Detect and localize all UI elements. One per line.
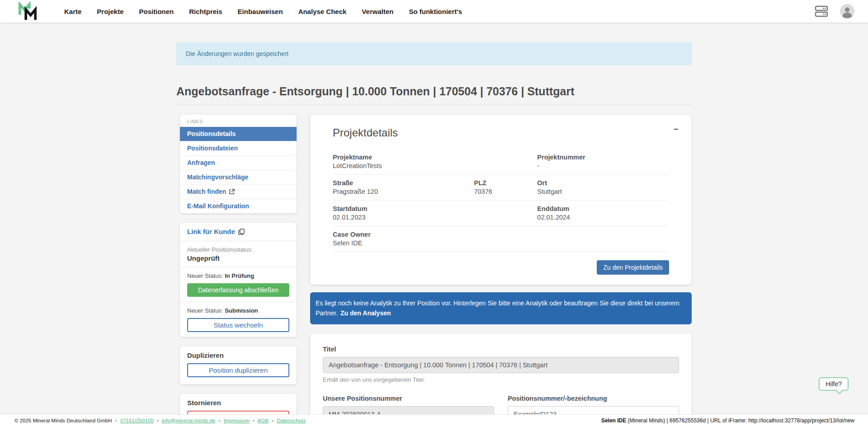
new-status-line-2: Neuer Status: Submission bbox=[187, 307, 289, 314]
strasse-value: Pragstraße 120 bbox=[333, 188, 474, 195]
footer-session-info: Selen IDE (Mineral Minds) | 69576255536d… bbox=[601, 417, 854, 424]
links-card-header: LINKS bbox=[180, 115, 297, 126]
sidebar-item-label: E-Mail Konfiguration bbox=[187, 202, 249, 210]
titel-input[interactable] bbox=[323, 357, 679, 373]
startdatum-label: Startdatum bbox=[333, 205, 537, 212]
mineral-minds-logo[interactable] bbox=[17, 2, 38, 21]
user-avatar-icon[interactable] bbox=[840, 4, 854, 19]
projektname-value: LotCreationTests bbox=[333, 162, 537, 169]
footer: © 2025 Mineral Minds Deutschland GmbH • … bbox=[0, 414, 868, 426]
enddatum-value: 02.01.2024 bbox=[537, 214, 669, 221]
nav-item-richtpreis[interactable]: Richtpreis bbox=[189, 8, 222, 15]
help-button[interactable]: Hilfe? bbox=[819, 377, 849, 391]
cancel-card-title: Stornieren bbox=[187, 399, 289, 407]
footer-agb-link[interactable]: AGB bbox=[258, 418, 269, 423]
copy-icon bbox=[238, 229, 245, 235]
sidebar-item-email-konfiguration[interactable]: E-Mail Konfiguration bbox=[180, 199, 297, 213]
new-status-value: Submission bbox=[225, 307, 258, 314]
switch-status-button[interactable]: Status wechseln bbox=[187, 318, 289, 332]
sidebar-item-label: Anfragen bbox=[187, 159, 215, 166]
enddatum-label: Enddatum bbox=[537, 205, 669, 212]
top-navigation-bar: Karte Projekte Positionen Richtpreis Ein… bbox=[0, 0, 868, 23]
external-link-icon bbox=[229, 189, 235, 195]
footer-left: © 2025 Mineral Minds Deutschland GmbH • … bbox=[14, 418, 306, 423]
sidebar: LINKS Positionsdetails Positionsdateien … bbox=[180, 115, 297, 426]
plz-label: PLZ bbox=[474, 179, 537, 187]
case-owner-value: Selen IDE bbox=[333, 239, 537, 247]
footer-datenschutz-link[interactable]: Datenschutz bbox=[277, 418, 306, 423]
collapse-card-button[interactable]: – bbox=[674, 125, 678, 133]
duplicate-position-button[interactable]: Position duplizieren bbox=[187, 363, 289, 377]
project-details-title: Projektdetails bbox=[333, 126, 669, 139]
new-status-line-1: Neuer Status: In Prüfung bbox=[187, 272, 289, 279]
nav-item-projekte[interactable]: Projekte bbox=[97, 8, 123, 15]
project-row-address: Straße Pragstraße 120 PLZ 70376 Ort Stut… bbox=[333, 175, 669, 201]
go-to-project-details-button[interactable]: Zu den Projektdetails bbox=[597, 260, 669, 275]
plz-value: 70376 bbox=[474, 188, 537, 195]
footer-separator: • bbox=[253, 418, 255, 423]
sidebar-item-positionsdateien[interactable]: Positionsdateien bbox=[180, 141, 297, 155]
project-row-name-number: Projektname LotCreationTests Projektnumm… bbox=[333, 149, 669, 175]
footer-copyright: © 2025 Mineral Minds Deutschland GmbH bbox=[14, 418, 112, 423]
saved-alert-text: Die Änderungen wurden gespeichert bbox=[186, 50, 288, 57]
sidebar-item-label: Positionsdetails bbox=[187, 130, 236, 137]
titel-help-text: Erhält den von uns vorgegebenen Titel. bbox=[323, 376, 679, 383]
nav-item-so-funktionierts[interactable]: So funktioniert's bbox=[409, 8, 462, 15]
sidebar-item-label: Matchingvorschläge bbox=[187, 173, 248, 181]
current-status-label: Aktueller Positionsstatus: bbox=[187, 246, 289, 253]
positionsnummer-label: Positionsnummer/-bezeichnung bbox=[508, 395, 679, 402]
sidebar-item-anfragen[interactable]: Anfragen bbox=[180, 155, 297, 170]
status-card: Link für Kunde Aktueller Positionsstatus… bbox=[180, 223, 297, 337]
duplicate-card-title: Duplizieren bbox=[187, 351, 289, 359]
footer-separator: • bbox=[115, 418, 117, 423]
duplicate-card: Duplizieren Position duplizieren bbox=[180, 346, 297, 384]
project-row-dates: Startdatum 02.01.2023 Enddatum 02.01.202… bbox=[333, 201, 669, 226]
customer-link-label: Link für Kunde bbox=[187, 228, 235, 235]
new-status-value: In Prüfung bbox=[225, 272, 254, 279]
case-owner-label: Case Owner bbox=[333, 231, 537, 238]
footer-email-link[interactable]: info@mineral-minds.de bbox=[162, 418, 215, 423]
footer-separator: • bbox=[219, 418, 221, 423]
footer-separator: • bbox=[157, 418, 159, 423]
projektnummer-value: - bbox=[537, 162, 669, 169]
footer-user-name: Selen IDE bbox=[601, 417, 626, 424]
current-status-value: Ungeprüft bbox=[187, 254, 289, 262]
customer-link[interactable]: Link für Kunde bbox=[187, 228, 245, 235]
new-status-label: Neuer Status: bbox=[187, 307, 223, 314]
sidebar-item-label: Match finden bbox=[187, 188, 226, 195]
new-status-label: Neuer Status: bbox=[187, 272, 223, 279]
projektnummer-label: Projektnummer bbox=[537, 154, 669, 161]
ort-label: Ort bbox=[537, 179, 669, 187]
analytics-banner: Es liegt noch keine Analytik zu Ihrer Po… bbox=[310, 292, 692, 324]
sidebar-item-matchingvorschlaege[interactable]: Matchingvorschläge bbox=[180, 170, 297, 184]
footer-phone-link[interactable]: 07151/250100 bbox=[120, 418, 154, 423]
nav-item-positionen[interactable]: Positionen bbox=[139, 8, 174, 15]
main-nav: Karte Projekte Positionen Richtpreis Ein… bbox=[64, 8, 462, 15]
titel-label: Titel bbox=[323, 346, 679, 353]
strasse-label: Straße bbox=[333, 179, 474, 187]
footer-separator: • bbox=[272, 418, 274, 423]
nav-item-einbauweisen[interactable]: Einbauweisen bbox=[238, 8, 283, 15]
server-stack-icon[interactable] bbox=[815, 5, 828, 17]
sidebar-item-match-finden[interactable]: Match finden bbox=[180, 184, 297, 199]
nav-item-analyse-check[interactable]: Analyse Check bbox=[298, 8, 347, 15]
footer-session-details: (Mineral Minds) | 69576255536d | URL of … bbox=[626, 417, 854, 424]
position-form-card: Titel Erhält den von uns vorgegebenen Ti… bbox=[310, 333, 692, 426]
projektname-label: Projektname bbox=[333, 154, 537, 161]
sidebar-item-positionsdetails[interactable]: Positionsdetails bbox=[180, 126, 297, 141]
sidebar-item-label: Positionsdateien bbox=[187, 145, 238, 152]
project-details-card: Projektdetails – Projektname LotCreation… bbox=[310, 115, 692, 285]
complete-data-entry-button[interactable]: Datenerfassung abschließen bbox=[187, 283, 289, 297]
project-row-owner: Case Owner Selen IDE bbox=[333, 226, 669, 252]
footer-impressum-link[interactable]: Impressum bbox=[224, 418, 250, 423]
ort-value: Stuttgart bbox=[537, 188, 669, 195]
saved-alert: Die Änderungen wurden gespeichert bbox=[176, 42, 692, 65]
nav-item-karte[interactable]: Karte bbox=[64, 8, 81, 15]
go-to-analyses-link[interactable]: Zu den Analysen bbox=[340, 309, 391, 317]
startdatum-value: 02.01.2023 bbox=[333, 214, 537, 221]
page-title: Angebotsanfrage - Entsorgung | 10.000 To… bbox=[176, 85, 692, 105]
links-card: LINKS Positionsdetails Positionsdateien … bbox=[180, 115, 297, 213]
nav-item-verwalten[interactable]: Verwalten bbox=[362, 8, 393, 15]
unsere-positionsnummer-label: Unsere Positionsnummer bbox=[323, 395, 494, 402]
